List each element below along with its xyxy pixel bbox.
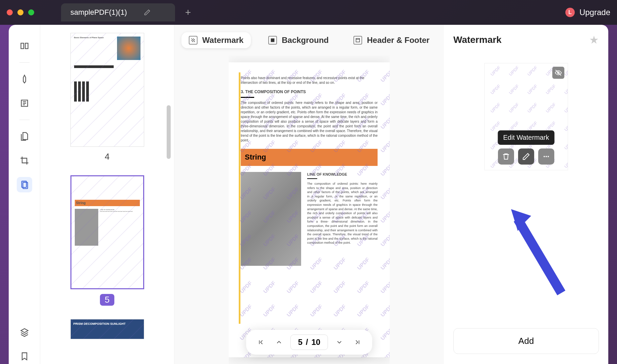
last-page-button[interactable] [351,336,364,349]
first-page-button[interactable] [254,336,268,349]
prev-page-button[interactable] [272,336,286,349]
marker-icon[interactable] [17,71,32,87]
tab-title: samplePDF(1)(1) [70,8,127,17]
page-navigation: 5 / 10 [246,330,373,355]
page-image [241,172,301,266]
watermark-icon [189,36,198,45]
tab-label: Watermark [202,36,243,45]
thumbnail-item[interactable]: PRISM DECOMPOSITION SUNLIGHT [54,319,161,339]
thumb-preview-title: String [75,200,140,206]
thumbnail-item[interactable]: Basic Elements of Plane Space 4 [54,33,161,162]
tooltip-edit-watermark: Edit Watermark [498,130,554,145]
column-body: The composition of ordered points: here … [307,182,378,245]
preview-actions [498,148,554,165]
section-body: The composition of ordered points: here … [241,101,378,143]
reader-icon[interactable] [17,38,32,54]
total-pages: 10 [312,338,321,347]
close-window-button[interactable] [7,9,13,15]
thumbnail-item[interactable]: String LINE OF KNOWLEDGEtext text text t… [54,175,161,306]
center-area: Watermark Background Header & Footer UPD… [174,25,444,364]
rail-separator [19,120,30,120]
window-traffic-lights [7,9,34,15]
thumbnail-label: 4 [105,151,109,162]
document-tab[interactable]: samplePDF(1)(1) [61,3,175,21]
hide-watermark-button[interactable] [552,67,564,79]
svg-rect-3 [356,39,360,42]
svg-point-9 [548,156,549,157]
tab-watermark[interactable]: Watermark [181,32,251,48]
svg-rect-2 [271,39,275,42]
delete-watermark-button[interactable] [498,148,514,165]
user-avatar[interactable]: L [565,8,575,17]
scrollbar-thumb[interactable] [167,105,171,159]
pencil-icon[interactable] [144,9,151,16]
maximize-window-button[interactable] [28,9,34,15]
page-viewer[interactable]: UPDFUPDFUPDFUPDFUPDFUPDFUPDFUPDFUPDFUPDF… [229,56,390,364]
tab-label: Header & Footer [367,36,430,45]
new-tab-button[interactable]: + [185,7,191,18]
rail-separator [19,62,30,63]
next-page-button[interactable] [333,336,346,349]
page-indicator[interactable]: 5 / 10 [290,335,328,350]
left-rail [9,25,40,364]
panel-title: Watermark [453,35,502,45]
svg-point-8 [546,156,547,157]
top-tabs: Watermark Background Header & Footer [181,25,437,56]
svg-point-7 [544,156,545,157]
right-panel: Watermark ★ UPDFUPDFUPDFUPDFUPDFUPDFUPDF… [444,25,608,364]
thumbnail-label: 5 [100,294,114,306]
tab-background[interactable]: Background [261,32,336,48]
header-footer-icon [353,36,362,45]
minimize-window-button[interactable] [17,9,23,15]
layers-icon[interactable] [17,324,32,340]
crop-icon[interactable] [17,153,32,168]
edit-watermark-button[interactable] [518,148,534,165]
pages-icon[interactable] [17,129,32,144]
yellow-bar-decoration [239,72,240,324]
page-tools-icon[interactable] [17,177,32,192]
bookmark-icon[interactable] [17,349,32,364]
panel-header: Watermark ★ [453,34,599,46]
page-intro-text: Points also have dominant and recessive … [241,76,378,85]
page-separator: / [306,338,308,347]
section-heading: 3. THE COMPOSITION OF POINTS [241,89,378,95]
column-heading: LINE OF KNOWLEDGE [307,172,378,177]
titlebar: samplePDF(1)(1) + L Upgrade [0,0,617,25]
thumbnail-preview[interactable]: Basic Elements of Plane Space [70,33,144,147]
current-page: 5 [298,338,302,347]
orange-band-title: String [241,149,378,166]
upgrade-label[interactable]: Upgrade [579,8,610,17]
tab-header-footer[interactable]: Header & Footer [346,32,437,48]
background-icon [268,36,277,45]
arrow-annotation [508,206,568,300]
main-area: Basic Elements of Plane Space 4 String L… [9,25,608,364]
page-render: UPDFUPDFUPDFUPDFUPDFUPDFUPDFUPDFUPDFUPDF… [229,62,390,357]
edit-text-icon[interactable] [17,96,32,111]
thumb-preview-title: Basic Elements of Plane Space [74,37,104,39]
watermark-preview[interactable]: UPDFUPDFUPDFUPDFUPDFUPDFUPDFUPDFUPDFUPDF… [484,63,568,170]
tab-label: Background [282,36,329,45]
star-icon[interactable]: ★ [589,34,599,46]
thumb-preview-title: PRISM DECOMPOSITION SUNLIGHT [73,322,126,325]
thumbnail-preview[interactable]: PRISM DECOMPOSITION SUNLIGHT [70,319,144,339]
add-watermark-button[interactable]: Add [453,328,599,354]
upgrade-area[interactable]: L Upgrade [565,8,610,17]
thumbnail-preview[interactable]: String LINE OF KNOWLEDGEtext text text t… [70,175,144,289]
thumbnail-panel[interactable]: Basic Elements of Plane Space 4 String L… [40,25,174,364]
more-options-button[interactable] [538,148,554,165]
